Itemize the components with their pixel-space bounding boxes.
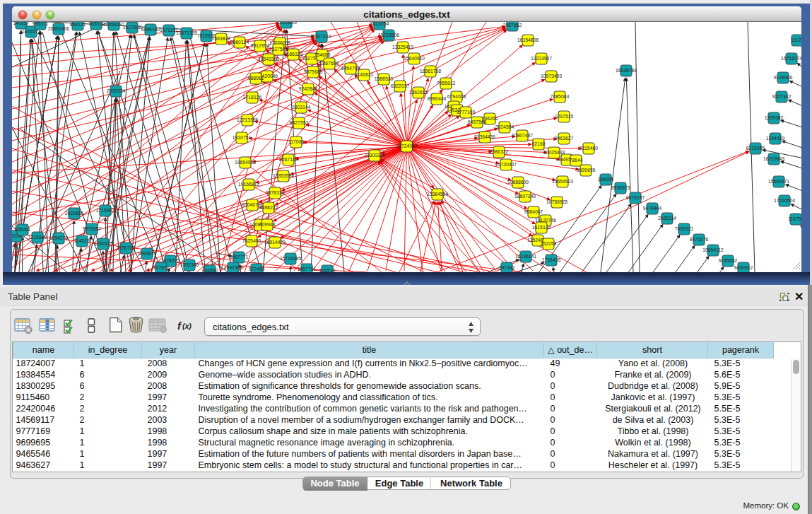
svg-text:20691406: 20691406: [48, 26, 69, 31]
svg-text:8215955: 8215955: [746, 146, 765, 151]
svg-text:7625402: 7625402: [242, 238, 261, 243]
svg-text:7663822: 7663822: [212, 36, 231, 41]
svg-text:10688609: 10688609: [507, 180, 529, 185]
svg-text:62160: 62160: [532, 141, 546, 146]
svg-text:8454749: 8454749: [341, 66, 360, 71]
svg-text:7955812: 7955812: [437, 81, 456, 86]
svg-text:2718126: 2718126: [243, 95, 262, 100]
svg-text:10671355: 10671355: [176, 30, 197, 35]
svg-text:763511: 763511: [88, 22, 104, 26]
svg-text:10654112: 10654112: [702, 247, 724, 252]
svg-text:9699695: 9699695: [577, 168, 596, 173]
svg-text:106510: 106510: [319, 268, 336, 272]
svg-text:9242848: 9242848: [299, 86, 318, 91]
svg-text:16210643: 16210643: [763, 156, 784, 161]
svg-text:2020656: 2020656: [65, 211, 84, 216]
svg-text:988961: 988961: [248, 76, 264, 81]
svg-text:5875685: 5875685: [304, 69, 323, 74]
svg-text:19218506: 19218506: [378, 33, 399, 37]
svg-text:16648784: 16648784: [616, 68, 637, 73]
svg-text:9474444: 9474444: [643, 206, 662, 211]
svg-text:15720407: 15720407: [495, 162, 517, 167]
svg-text:12213967: 12213967: [531, 56, 552, 61]
svg-text:8813054: 8813054: [370, 22, 389, 26]
svg-text:9227342: 9227342: [772, 94, 792, 99]
svg-text:140557: 140557: [13, 22, 30, 25]
svg-text:117006: 117006: [288, 139, 304, 144]
svg-text:9878334: 9878334: [266, 190, 285, 195]
svg-text:13325419: 13325419: [392, 45, 413, 49]
svg-text:10807487: 10807487: [512, 133, 533, 138]
svg-text:10973493: 10973493: [541, 74, 562, 78]
svg-text:16961758: 16961758: [420, 69, 441, 74]
svg-text:8938923: 8938923: [611, 185, 630, 190]
svg-text:15136141: 15136141: [515, 254, 536, 259]
svg-text:972450: 972450: [249, 267, 265, 271]
svg-text:104550: 104550: [202, 268, 218, 272]
svg-text:78644: 78644: [570, 158, 583, 163]
svg-text:6794028: 6794028: [447, 94, 466, 99]
svg-text:16154808: 16154808: [517, 37, 539, 42]
svg-text:854121: 854121: [70, 22, 86, 27]
svg-text:1095817: 1095817: [138, 251, 157, 256]
svg-text:2367608: 2367608: [320, 61, 339, 66]
svg-text:15692971: 15692971: [768, 179, 789, 184]
svg-text:1215689: 1215689: [28, 235, 47, 240]
svg-text:21364436: 21364436: [474, 134, 495, 139]
svg-text:8427552: 8427552: [290, 120, 309, 125]
svg-text:6879197: 6879197: [626, 195, 645, 200]
svg-text:9463627: 9463627: [555, 136, 574, 141]
svg-text:2803144: 2803144: [292, 105, 311, 110]
svg-text:409948: 409948: [259, 222, 276, 227]
svg-text:16914479: 16914479: [264, 240, 286, 245]
svg-text:9115460: 9115460: [579, 146, 598, 151]
svg-text:9327505: 9327505: [269, 47, 288, 52]
svg-text:10053809: 10053809: [276, 22, 297, 25]
svg-text:1362615: 1362615: [409, 90, 428, 95]
svg-text:197342: 197342: [499, 265, 515, 270]
svg-text:8660124: 8660124: [230, 40, 249, 45]
svg-text:7357224: 7357224: [312, 34, 331, 39]
svg-text:9129966: 9129966: [774, 75, 793, 80]
svg-text:8990448: 8990448: [428, 96, 447, 101]
svg-text:19166812: 19166812: [238, 182, 259, 187]
svg-text:8186328: 8186328: [284, 52, 303, 57]
svg-text:10756928: 10756928: [546, 199, 567, 204]
svg-text:116753: 116753: [788, 216, 801, 221]
svg-text:23300215: 23300215: [364, 153, 385, 158]
svg-text:1457791: 1457791: [298, 267, 317, 271]
svg-text:1294275: 1294275: [49, 235, 69, 240]
svg-text:9146821: 9146821: [355, 72, 374, 77]
svg-text:2935114: 2935114: [658, 216, 676, 221]
svg-text:18724007: 18724007: [396, 144, 417, 148]
svg-text:1588520: 1588520: [375, 76, 394, 81]
svg-text:8912954: 8912954: [251, 43, 270, 48]
svg-text:114519: 114519: [74, 238, 90, 243]
svg-text:1297515: 1297515: [555, 114, 574, 119]
svg-text:1527602: 1527602: [123, 25, 142, 30]
svg-text:1092346: 1092346: [180, 262, 199, 267]
svg-text:12213369: 12213369: [237, 117, 258, 122]
svg-text:18607249: 18607249: [514, 194, 536, 199]
svg-text:9450612: 9450612: [734, 265, 753, 270]
svg-text:995371: 995371: [33, 22, 49, 26]
svg-text:10653287: 10653287: [103, 22, 124, 27]
svg-text:1244419: 1244419: [766, 136, 785, 141]
svg-text:1795722: 1795722: [117, 245, 136, 250]
svg-text:1715992: 1715992: [96, 208, 115, 213]
svg-text:6466160: 6466160: [141, 27, 160, 32]
svg-text:19384554: 19384554: [427, 192, 448, 197]
svg-text:16543362: 16543362: [258, 57, 279, 62]
svg-text:252254: 252254: [541, 241, 557, 246]
svg-text:15751074: 15751074: [781, 56, 801, 61]
svg-text:9975887: 9975887: [83, 226, 102, 231]
svg-text:f: f: [177, 320, 182, 332]
svg-text:7632621: 7632621: [675, 226, 694, 231]
svg-text:1910751: 1910751: [233, 135, 252, 140]
svg-text:1209382: 1209382: [765, 115, 784, 120]
svg-text:15716485: 15716485: [280, 256, 301, 261]
svg-text:1733426: 1733426: [542, 257, 561, 262]
svg-text:8267110: 8267110: [279, 157, 298, 162]
svg-text:4498222: 4498222: [259, 205, 278, 210]
svg-text:154688: 154688: [314, 52, 331, 57]
